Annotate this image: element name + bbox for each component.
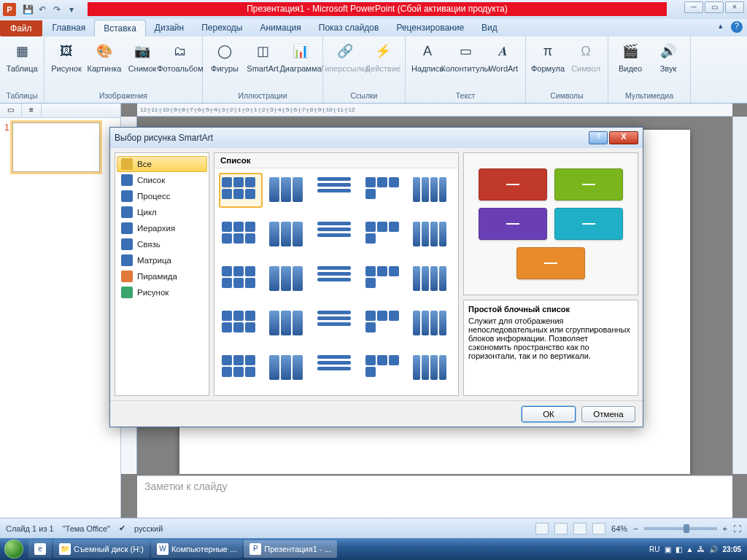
zoom-slider[interactable] xyxy=(644,527,717,530)
category-cycle[interactable]: Цикл xyxy=(117,204,207,220)
zoom-in-button[interactable]: + xyxy=(723,524,727,533)
headerfooter-button[interactable]: ▭Колонтитулы xyxy=(448,38,483,73)
normal-view-button[interactable] xyxy=(535,523,549,534)
taskbar-item-removable[interactable]: 📁Съемный диск (H:) xyxy=(53,540,150,558)
ribbon-tab-анимация[interactable]: Анимация xyxy=(251,20,309,36)
file-tab[interactable]: Файл xyxy=(0,20,42,36)
dialog-help-button[interactable]: ? xyxy=(589,131,608,144)
start-button[interactable] xyxy=(0,538,28,560)
fit-window-button[interactable]: ⛶ xyxy=(733,524,741,533)
category-process[interactable]: Процесс xyxy=(117,188,207,204)
layout-option[interactable] xyxy=(314,262,358,297)
picture-button[interactable]: 🖼Рисунок xyxy=(49,38,84,73)
slide-thumbnail[interactable]: 1 xyxy=(4,122,116,172)
close-button[interactable]: × xyxy=(725,1,744,13)
category-relationship[interactable]: Связь xyxy=(117,236,207,252)
layout-option[interactable] xyxy=(410,173,454,208)
undo-icon[interactable]: ↶ xyxy=(36,4,48,15)
dialog-close-button[interactable]: X xyxy=(609,131,638,144)
layout-option[interactable] xyxy=(410,217,454,252)
category-list[interactable]: Список xyxy=(117,172,207,188)
ribbon-tab-показ слайдов[interactable]: Показ слайдов xyxy=(310,20,388,36)
cancel-button[interactable]: Отмена xyxy=(581,406,635,422)
layout-option[interactable] xyxy=(314,351,358,386)
spellcheck-icon[interactable]: ✔ xyxy=(119,524,125,533)
layout-option[interactable] xyxy=(314,173,358,208)
layout-option[interactable] xyxy=(267,173,311,208)
table-button[interactable]: ▦Таблица xyxy=(4,38,39,73)
layout-option[interactable] xyxy=(267,262,311,297)
layout-option[interactable] xyxy=(267,306,311,341)
taskbar-item-powerpoint[interactable]: PПрезентация1 - ... xyxy=(244,540,337,558)
zoom-out-button[interactable]: − xyxy=(633,524,638,533)
tray-lang[interactable]: RU xyxy=(649,545,659,553)
ribbon-tab-переходы[interactable]: Переходы xyxy=(193,20,251,36)
layout-option[interactable] xyxy=(410,262,454,297)
help-icon[interactable]: ? xyxy=(731,21,743,33)
tray-icon[interactable]: ◧ xyxy=(676,545,682,553)
photoalbum-button[interactable]: 🗂Фотоальбом xyxy=(163,38,198,73)
category-all[interactable]: Все xyxy=(117,156,207,172)
clock[interactable]: 23:05 xyxy=(722,545,741,553)
smartart-button[interactable]: ◫SmartArt xyxy=(245,38,280,73)
category-pyramid[interactable]: Пирамида xyxy=(117,268,207,284)
chart-button[interactable]: 📊Диаграмма xyxy=(283,38,318,73)
tray-icon[interactable]: ▣ xyxy=(665,545,671,553)
vertical-scrollbar[interactable] xyxy=(732,117,747,474)
layout-option[interactable] xyxy=(363,173,406,208)
screenshot-button[interactable]: 📷Снимок xyxy=(125,38,160,73)
ribbon-tab-дизайн[interactable]: Дизайн xyxy=(146,20,193,36)
ribbon-tab-вид[interactable]: Вид xyxy=(473,20,506,36)
layout-option[interactable] xyxy=(219,262,263,297)
ribbon-tab-вставка[interactable]: Вставка xyxy=(94,20,146,36)
qat-more-icon[interactable]: ▾ xyxy=(66,4,77,15)
category-picture[interactable]: Рисунок xyxy=(117,284,207,300)
category-matrix[interactable]: Матрица xyxy=(117,252,207,268)
video-button[interactable]: 🎬Видео xyxy=(613,38,648,73)
redo-icon[interactable]: ↷ xyxy=(51,4,63,15)
save-icon[interactable]: 💾 xyxy=(22,4,34,15)
notes-pane[interactable]: Заметки к слайду xyxy=(137,475,732,518)
statusbar: Слайд 1 из 1 "Тема Office" ✔ русский 64%… xyxy=(0,518,747,538)
shapes-button[interactable]: ◯Фигуры xyxy=(207,38,242,73)
textbox-button[interactable]: AНадпись xyxy=(410,38,445,73)
layout-option[interactable] xyxy=(363,217,406,252)
audio-button[interactable]: 🔊Звук xyxy=(651,38,686,73)
layout-option[interactable] xyxy=(410,351,454,386)
clipart-button[interactable]: 🎨Картинка xyxy=(87,38,122,73)
tray-icon[interactable]: ▲ xyxy=(686,545,694,553)
layout-option[interactable] xyxy=(219,306,263,341)
layout-option[interactable] xyxy=(267,217,311,252)
layout-option[interactable] xyxy=(314,306,358,341)
ok-button[interactable]: ОК xyxy=(522,406,576,422)
layout-option[interactable] xyxy=(410,306,454,341)
dialog-titlebar[interactable]: Выбор рисунка SmartArt ? X xyxy=(110,128,643,148)
layout-option[interactable] xyxy=(363,351,406,386)
ribbon-collapse-icon[interactable]: ▴ xyxy=(715,21,727,33)
layout-option[interactable] xyxy=(314,217,358,252)
language-indicator[interactable]: русский xyxy=(134,524,163,533)
minimize-button[interactable]: ─ xyxy=(684,1,703,13)
taskbar-item-ie[interactable]: e xyxy=(28,540,52,558)
layout-option[interactable] xyxy=(363,262,406,297)
sorter-view-button[interactable] xyxy=(554,523,568,534)
layout-option[interactable] xyxy=(267,351,311,386)
reading-view-button[interactable] xyxy=(573,523,587,534)
category-hierarchy[interactable]: Иерархия xyxy=(117,220,207,236)
zoom-level[interactable]: 64% xyxy=(611,524,627,533)
layout-option[interactable] xyxy=(219,217,263,252)
layout-option[interactable] xyxy=(363,306,406,341)
tray-network-icon[interactable]: 🖧 xyxy=(697,545,705,553)
ribbon-tab-главная[interactable]: Главная xyxy=(44,20,95,36)
ribbon-tab-рецензирование[interactable]: Рецензирование xyxy=(387,20,473,36)
slideshow-view-button[interactable] xyxy=(592,523,605,534)
taskbar-item-word[interactable]: WКомпьютерные ... xyxy=(151,540,242,558)
layout-option[interactable] xyxy=(219,173,263,208)
equation-button[interactable]: πФормула xyxy=(530,38,565,73)
tray-volume-icon[interactable]: 🔊 xyxy=(709,545,718,553)
outline-tab[interactable]: ≡ xyxy=(22,104,42,117)
maximize-button[interactable]: ▭ xyxy=(705,1,724,13)
layout-option[interactable] xyxy=(219,351,263,386)
slides-tab[interactable]: ▭ xyxy=(0,104,22,117)
wordart-button[interactable]: 𝑨WordArt xyxy=(486,38,521,73)
